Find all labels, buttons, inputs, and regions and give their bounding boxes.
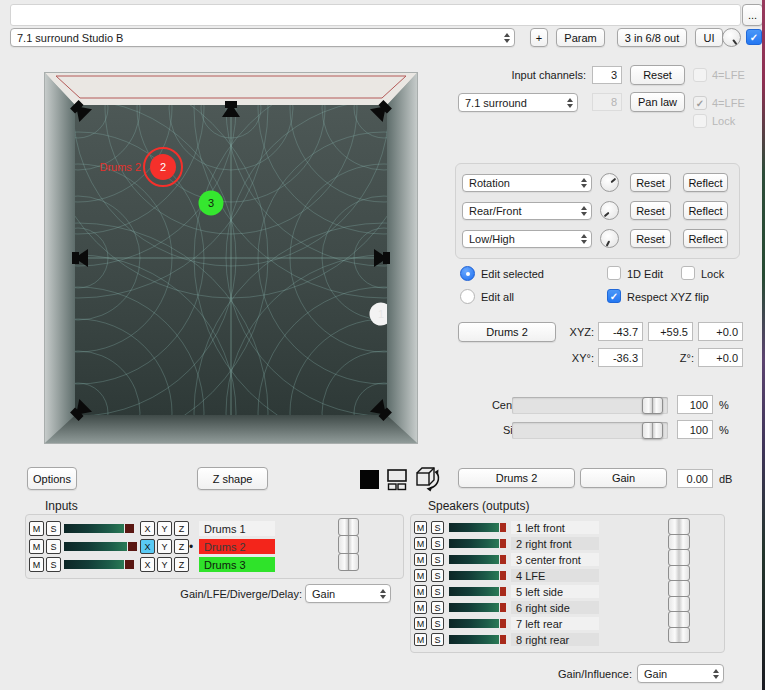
reset-channels-button[interactable]: Reset	[630, 65, 685, 85]
gain-slider-handle[interactable]	[668, 565, 690, 582]
low-high-knob[interactable]	[600, 229, 619, 248]
low-high-reset-button[interactable]: Reset	[630, 229, 671, 248]
gain-slider-handle[interactable]	[668, 611, 690, 628]
automation-field[interactable]	[10, 4, 741, 26]
solo-button[interactable]: S	[431, 601, 444, 614]
mute-button[interactable]: M	[414, 537, 427, 550]
solo-button[interactable]: S	[46, 539, 61, 554]
z-axis-button[interactable]: Z	[174, 557, 189, 572]
mute-button[interactable]: M	[414, 521, 427, 534]
input-name-tag-selected[interactable]: Drums 2	[199, 539, 275, 554]
rear-front-knob[interactable]	[600, 201, 619, 220]
gain-slider-handle[interactable]	[668, 627, 690, 644]
link-checkbox[interactable]	[746, 29, 762, 45]
z-axis-button[interactable]: Z	[174, 521, 189, 536]
solo-button[interactable]: S	[431, 585, 444, 598]
color-swatch[interactable]	[360, 470, 379, 489]
edit-selected-radio[interactable]	[460, 266, 475, 281]
add-preset-button[interactable]: +	[530, 28, 548, 47]
z-slider-handle[interactable]	[338, 518, 359, 536]
options-button[interactable]: Options	[27, 467, 77, 490]
io-config-button[interactable]: 3 in 6/8 out	[617, 28, 687, 47]
speaker-mode-select[interactable]: Gain	[637, 664, 724, 683]
rotation-knob[interactable]	[600, 173, 619, 192]
rotation-reflect-button[interactable]: Reflect	[683, 173, 728, 192]
mute-button[interactable]: M	[414, 585, 427, 598]
side-value-field[interactable]: 100	[677, 420, 713, 439]
z-axis-button[interactable]: Z	[174, 539, 189, 554]
bypass-knob[interactable]	[722, 28, 741, 47]
gain-slider-handle[interactable]	[668, 518, 690, 535]
edit-all-radio[interactable]	[460, 289, 475, 304]
gain-slider-handle[interactable]	[668, 534, 690, 551]
input-channels-field[interactable]: 3	[592, 66, 622, 84]
z-field[interactable]: +0.0	[698, 322, 743, 341]
mute-button[interactable]: M	[29, 521, 44, 536]
ui-button[interactable]: UI	[695, 28, 723, 47]
z-angle-field[interactable]: +0.0	[698, 348, 743, 367]
input-name-tag[interactable]: Drums 3	[199, 557, 275, 572]
solo-button[interactable]: S	[431, 633, 444, 646]
mute-button[interactable]: M	[414, 569, 427, 582]
preset-select[interactable]: 7.1 surround Studio B	[10, 28, 515, 47]
transform-mode-select-1[interactable]: Rotation	[462, 174, 592, 192]
mute-button[interactable]: M	[29, 539, 44, 554]
input-name-tag[interactable]: Drums 1	[199, 521, 275, 536]
param-button[interactable]: Param	[556, 28, 605, 47]
panner-view[interactable]: Drums 2 2 3 1	[44, 72, 418, 444]
x-field[interactable]: -43.7	[598, 322, 643, 341]
rear-front-reflect-button[interactable]: Reflect	[683, 201, 728, 220]
solo-button[interactable]: S	[431, 617, 444, 630]
format-select[interactable]: 7.1 surround	[458, 93, 578, 112]
input-z-sliders[interactable]	[338, 518, 359, 571]
gain-mode-button[interactable]: Gain	[580, 468, 667, 488]
mute-button[interactable]: M	[414, 601, 427, 614]
gain-value-field[interactable]: 0.00	[677, 469, 713, 488]
solo-button[interactable]: S	[46, 521, 61, 536]
x-axis-button[interactable]: X	[140, 521, 155, 536]
center-slider-handle[interactable]	[642, 397, 663, 414]
rear-front-reset-button[interactable]: Reset	[630, 201, 671, 220]
mute-button[interactable]: M	[414, 633, 427, 646]
source-select-button[interactable]: Drums 2	[458, 322, 556, 342]
solo-button[interactable]: S	[431, 553, 444, 566]
mute-button[interactable]: M	[414, 553, 427, 566]
solo-button[interactable]: S	[431, 521, 444, 534]
layout-view-icon[interactable]	[385, 467, 409, 491]
mute-button[interactable]: M	[29, 557, 44, 572]
y-axis-button[interactable]: Y	[157, 521, 172, 536]
y-axis-button[interactable]: Y	[157, 539, 172, 554]
z-slider-handle[interactable]	[338, 553, 359, 571]
y-field[interactable]: +59.5	[648, 322, 693, 341]
solo-button[interactable]: S	[431, 569, 444, 582]
center-value-field[interactable]: 100	[677, 395, 713, 414]
lfe4-top-checkbox[interactable]	[693, 68, 707, 82]
speaker-gain-sliders[interactable]	[668, 518, 690, 643]
lock-config-checkbox[interactable]	[693, 114, 707, 128]
pan-law-button[interactable]: Pan law	[630, 92, 685, 112]
side-slider-handle[interactable]	[642, 422, 663, 439]
1d-edit-checkbox[interactable]	[607, 266, 621, 280]
z-shape-button[interactable]: Z shape	[197, 467, 268, 490]
solo-button[interactable]: S	[431, 537, 444, 550]
input-mode-select[interactable]: Gain	[305, 584, 391, 603]
z-slider-handle[interactable]	[338, 535, 359, 553]
transform-mode-select-3[interactable]: Low/High	[462, 230, 592, 248]
respect-xyz-flip-checkbox[interactable]	[607, 289, 621, 303]
more-button[interactable]: ...	[742, 4, 763, 26]
lock-edit-checkbox[interactable]	[681, 266, 695, 280]
xy-angle-field[interactable]: -36.3	[598, 348, 643, 367]
x-axis-button-active[interactable]: X	[140, 539, 155, 554]
gain-slider-handle[interactable]	[668, 549, 690, 566]
rotate-3d-cube-icon[interactable]	[413, 464, 441, 492]
low-high-reflect-button[interactable]: Reflect	[683, 229, 728, 248]
rotation-reset-button[interactable]: Reset	[630, 173, 671, 192]
gain-slider-handle[interactable]	[668, 580, 690, 597]
solo-button[interactable]: S	[46, 557, 61, 572]
mute-button[interactable]: M	[414, 617, 427, 630]
x-axis-button[interactable]: X	[140, 557, 155, 572]
lfe4-mid-checkbox[interactable]	[693, 96, 707, 110]
y-axis-button[interactable]: Y	[157, 557, 172, 572]
transform-mode-select-2[interactable]: Rear/Front	[462, 202, 592, 220]
gain-source-button[interactable]: Drums 2	[458, 468, 575, 488]
